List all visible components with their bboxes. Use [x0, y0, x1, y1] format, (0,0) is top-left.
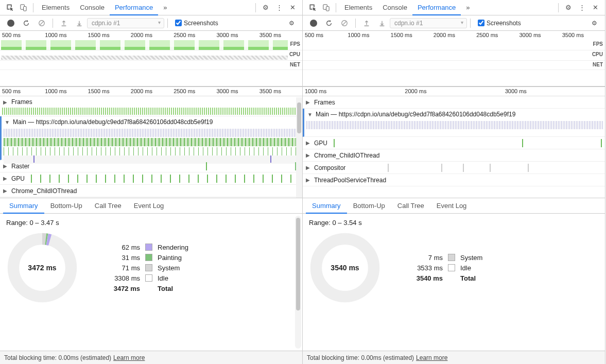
- screenshots-label: Screenshots: [487, 20, 521, 27]
- track-main[interactable]: ▼Main — https://cdpn.io/una/debug/c9edd7…: [0, 116, 302, 160]
- track-chromeio[interactable]: ▶Chrome_ChildIOThread: [303, 149, 605, 162]
- gear-icon[interactable]: ⚙: [564, 3, 573, 12]
- settings-gear-icon[interactable]: ⚙: [286, 18, 297, 29]
- fps-lane: FPS: [303, 40, 605, 50]
- svg-rect-1: [23, 7, 26, 11]
- cpu-lane: CPU: [303, 50, 605, 61]
- summary-scrollbar[interactable]: [295, 216, 301, 349]
- screenshots-label: Screenshots: [184, 20, 218, 27]
- close-icon[interactable]: ✕: [591, 3, 600, 12]
- legend-row: 3533 msIdle: [407, 264, 482, 272]
- tab-console[interactable]: Console: [75, 1, 110, 14]
- overview-pane[interactable]: 500 ms1000 ms1500 ms2000 ms2500 ms3000 m…: [0, 31, 302, 87]
- svg-rect-9: [326, 7, 329, 11]
- close-icon[interactable]: ✕: [288, 3, 297, 12]
- top-tab-bar: Elements Console Performance » ⚙ ⋮ ✕: [303, 0, 605, 15]
- tab-elements[interactable]: Elements: [37, 1, 75, 14]
- range-label: Range: 0 – 3.54 s: [309, 219, 599, 227]
- upload-icon[interactable]: [58, 18, 70, 29]
- legend-total: 3472 msTotal: [104, 285, 188, 292]
- track-main[interactable]: ▼Main — https://cdpn.io/una/debug/c9edd7…: [303, 109, 605, 137]
- devtools-panel-left: Elements Console Performance » ⚙ ⋮ ✕ cdp…: [0, 0, 303, 364]
- track-gpu[interactable]: ▶GPU: [0, 172, 302, 185]
- tab-call-tree[interactable]: Call Tree: [391, 199, 430, 213]
- kebab-icon[interactable]: ⋮: [577, 3, 586, 12]
- summary-legend: 7 msSystem3533 msIdle3540 msTotal: [407, 251, 482, 285]
- summary-pane: Range: 0 – 3.47 s 3472 ms 62 msRendering…: [0, 214, 302, 351]
- track-threadpool[interactable]: ▶ThreadPoolServiceThread: [303, 174, 605, 186]
- tab-bottom-up[interactable]: Bottom-Up: [44, 199, 89, 213]
- track-chromeio[interactable]: ▶Chrome_ChildIOThread: [0, 185, 302, 197]
- tab-event-log[interactable]: Event Log: [430, 199, 473, 213]
- upload-icon[interactable]: [361, 18, 372, 29]
- record-button[interactable]: [308, 18, 319, 29]
- learn-more-link[interactable]: Learn more: [416, 354, 447, 361]
- legend-row: 71 msSystem: [104, 264, 188, 272]
- bottom-tabs: Summary Bottom-Up Call Tree Event Log: [303, 198, 605, 214]
- tab-call-tree[interactable]: Call Tree: [89, 199, 128, 213]
- tab-summary[interactable]: Summary: [306, 199, 347, 214]
- record-button[interactable]: [5, 18, 16, 29]
- gear-icon[interactable]: ⚙: [261, 3, 270, 12]
- tab-more[interactable]: »: [461, 1, 475, 14]
- legend-row: 62 msRendering: [104, 244, 188, 251]
- flame-chart[interactable]: 500 ms1000 ms1500 ms2000 ms2500 ms3000 m…: [0, 87, 302, 198]
- origin-select[interactable]: cdpn.io #1: [390, 18, 467, 28]
- cpu-lane: CPU: [0, 50, 302, 61]
- download-icon[interactable]: [74, 18, 85, 29]
- download-icon[interactable]: [376, 18, 388, 29]
- overview-ruler: 500 ms1000 ms1500 ms2000 ms2500 ms3000 m…: [303, 31, 605, 40]
- summary-donut: 3472 ms: [6, 232, 78, 304]
- svg-line-11: [343, 21, 347, 25]
- summary-legend: 62 msRendering31 msPainting71 msSystem33…: [104, 241, 188, 295]
- summary-donut: 3540 ms: [309, 232, 381, 304]
- inspect-icon[interactable]: [5, 3, 14, 12]
- kebab-icon[interactable]: ⋮: [274, 3, 284, 12]
- overview-ruler: 500 ms1000 ms1500 ms2000 ms2500 ms3000 m…: [0, 31, 302, 40]
- track-frames[interactable]: ▶Frames: [0, 96, 302, 116]
- range-label: Range: 0 – 3.47 s: [6, 219, 296, 227]
- track-frames[interactable]: ▶Frames: [303, 96, 605, 109]
- tab-bottom-up[interactable]: Bottom-Up: [347, 199, 391, 213]
- screenshots-checkbox[interactable]: [175, 20, 182, 26]
- legend-total: 3540 msTotal: [407, 274, 482, 282]
- top-tab-bar: Elements Console Performance » ⚙ ⋮ ✕: [0, 0, 302, 15]
- track-compositor[interactable]: ▶Compositor: [303, 162, 605, 174]
- footer: Total blocking time: 0.00ms (estimated) …: [0, 351, 302, 364]
- flame-chart[interactable]: 1000 ms2000 ms3000 ms ▶Frames ▼Main — ht…: [303, 87, 605, 198]
- flame-scrollbar[interactable]: [296, 97, 302, 198]
- learn-more-link[interactable]: Learn more: [113, 354, 145, 361]
- tab-more[interactable]: »: [158, 1, 172, 14]
- track-raster[interactable]: ▶Raster: [0, 160, 302, 172]
- inspect-icon[interactable]: [308, 3, 317, 12]
- screenshots-checkbox[interactable]: [478, 20, 484, 26]
- origin-select[interactable]: cdpn.io #1: [87, 18, 164, 28]
- overview-pane[interactable]: 500 ms1000 ms1500 ms2000 ms2500 ms3000 m…: [303, 31, 605, 87]
- svg-line-3: [40, 21, 44, 25]
- device-icon[interactable]: [321, 3, 331, 12]
- net-lane: NET: [0, 61, 302, 70]
- settings-gear-icon[interactable]: ⚙: [588, 18, 600, 29]
- tab-console[interactable]: Console: [377, 1, 412, 14]
- tab-performance[interactable]: Performance: [412, 1, 461, 15]
- clear-button[interactable]: [36, 18, 47, 29]
- legend-row: 31 msPainting: [104, 254, 188, 262]
- tab-elements[interactable]: Elements: [339, 1, 377, 14]
- perf-toolbar: cdpn.io #1 Screenshots ⚙: [303, 15, 605, 31]
- reload-button[interactable]: [21, 18, 32, 29]
- legend-row: 3308 msIdle: [104, 274, 188, 282]
- tab-summary[interactable]: Summary: [3, 199, 44, 214]
- net-lane: NET: [303, 61, 605, 70]
- bottom-tabs: Summary Bottom-Up Call Tree Event Log: [0, 198, 302, 214]
- tab-event-log[interactable]: Event Log: [128, 199, 170, 213]
- perf-toolbar: cdpn.io #1 Screenshots ⚙: [0, 15, 302, 31]
- clear-button[interactable]: [339, 18, 350, 29]
- devtools-panel-right: Elements Console Performance » ⚙ ⋮ ✕ cdp…: [303, 0, 605, 364]
- tab-performance[interactable]: Performance: [110, 1, 158, 15]
- reload-button[interactable]: [323, 18, 335, 29]
- device-icon[interactable]: [19, 3, 28, 12]
- track-gpu[interactable]: ▶GPU: [303, 137, 605, 149]
- fps-lane: FPS: [0, 40, 302, 50]
- summary-pane: Range: 0 – 3.54 s 3540 ms 7 msSystem3533…: [303, 214, 605, 351]
- footer: Total blocking time: 0.00ms (estimated) …: [303, 351, 605, 364]
